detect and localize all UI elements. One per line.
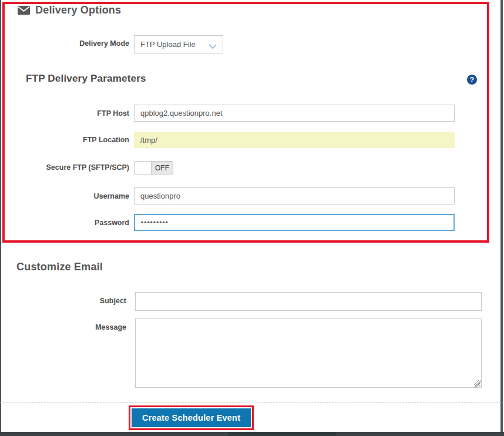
envelope-icon [18,6,30,15]
delivery-mode-label: Delivery Mode [0,39,129,48]
password-label: Password [0,219,129,227]
secure-ftp-toggle[interactable]: OFF [134,161,173,175]
delivery-options-annotation-box [2,2,489,243]
delivery-mode-select[interactable]: FTP Upload File [134,35,223,53]
scheduler-delivery-form: Delivery Options Delivery Mode FTP Uploa… [0,0,504,436]
help-icon[interactable]: ? [467,75,477,85]
section-divider [0,402,504,403]
password-input[interactable] [134,214,455,231]
message-label: Message [0,323,126,331]
delivery-options-title: Delivery Options [35,4,121,16]
subject-label: Subject [0,297,126,305]
create-scheduler-event-button[interactable]: Create Scheduler Event [132,408,251,427]
ftp-location-input[interactable] [134,132,455,148]
window-right-edge [500,0,503,436]
customize-email-title: Customize Email [16,261,103,273]
ftp-host-input[interactable] [134,105,455,122]
customize-email-heading: Customize Email [16,261,103,273]
toggle-knob [135,162,152,174]
secure-ftp-label: Secure FTP (SFTP/SCP) [0,163,129,172]
delivery-mode-selected-value: FTP Upload File [140,40,196,49]
delivery-options-heading: Delivery Options [18,4,121,16]
submit-button-annotation-box: Create Scheduler Event [129,405,254,430]
username-input[interactable] [134,187,455,204]
ftp-host-label: FTP Host [0,109,129,118]
ftp-parameters-title: FTP Delivery Parameters [26,73,146,85]
window-left-edge [0,0,1,436]
view-performance-monitor-link[interactable]: View Performance Monitor [228,432,336,436]
subject-input[interactable] [135,292,482,311]
toggle-state-label: OFF [152,162,173,174]
chevron-down-icon [209,42,217,51]
footer-bar: View Performance Monitor [0,432,504,436]
message-textarea[interactable] [135,318,482,388]
username-label: Username [0,192,129,200]
ftp-parameters-heading: FTP Delivery Parameters [26,73,146,85]
ftp-location-label: FTP Location [0,136,129,144]
help-icon-glyph: ? [470,76,474,84]
